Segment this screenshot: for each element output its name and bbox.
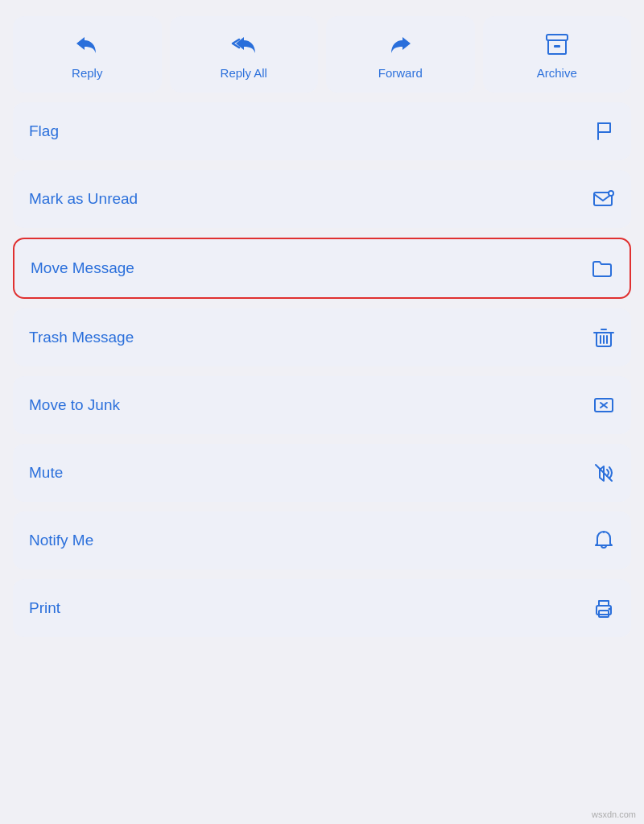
mark-unread-icon bbox=[592, 188, 615, 210]
reply-label: Reply bbox=[72, 66, 102, 80]
mute-button[interactable]: Mute bbox=[13, 444, 631, 502]
svg-rect-1 bbox=[554, 45, 560, 48]
forward-label: Forward bbox=[378, 66, 423, 80]
move-message-label: Move Message bbox=[31, 259, 134, 277]
svg-point-4 bbox=[609, 192, 613, 195]
notify-me-button[interactable]: Notify Me bbox=[13, 511, 631, 569]
move-to-junk-label: Move to Junk bbox=[29, 396, 120, 414]
trash-message-label: Trash Message bbox=[29, 329, 134, 346]
mark-unread-label: Mark as Unread bbox=[29, 190, 138, 208]
forward-icon bbox=[386, 31, 414, 58]
mark-unread-button[interactable]: Mark as Unread bbox=[13, 170, 631, 228]
folder-icon bbox=[591, 257, 613, 279]
trash-icon bbox=[592, 326, 615, 349]
archive-label: Archive bbox=[537, 66, 577, 80]
mute-icon bbox=[592, 462, 615, 484]
junk-icon bbox=[592, 394, 615, 416]
notify-icon bbox=[592, 529, 615, 552]
print-button[interactable]: Print bbox=[13, 579, 631, 637]
reply-all-icon bbox=[230, 31, 258, 58]
archive-button[interactable]: Archive bbox=[483, 16, 632, 93]
reply-all-button[interactable]: Reply All bbox=[170, 16, 319, 93]
reply-icon bbox=[73, 31, 101, 58]
mute-label: Mute bbox=[29, 464, 63, 482]
trash-message-button[interactable]: Trash Message bbox=[13, 308, 631, 366]
print-icon bbox=[592, 597, 615, 619]
move-message-button[interactable]: Move Message bbox=[13, 238, 631, 299]
forward-button[interactable]: Forward bbox=[326, 16, 475, 93]
print-label: Print bbox=[29, 599, 60, 617]
flag-label: Flag bbox=[29, 122, 59, 140]
move-to-junk-button[interactable]: Move to Junk bbox=[13, 376, 631, 434]
flag-icon bbox=[592, 120, 615, 143]
flag-button[interactable]: Flag bbox=[13, 102, 631, 160]
svg-point-15 bbox=[609, 608, 611, 611]
top-actions-bar: Reply Reply All Forward Archive bbox=[13, 16, 631, 93]
archive-icon bbox=[543, 31, 571, 58]
watermark: wsxdn.com bbox=[592, 810, 636, 819]
reply-all-label: Reply All bbox=[221, 66, 267, 80]
reply-button[interactable]: Reply bbox=[13, 16, 162, 93]
svg-rect-0 bbox=[547, 35, 568, 40]
notify-me-label: Notify Me bbox=[29, 532, 93, 549]
